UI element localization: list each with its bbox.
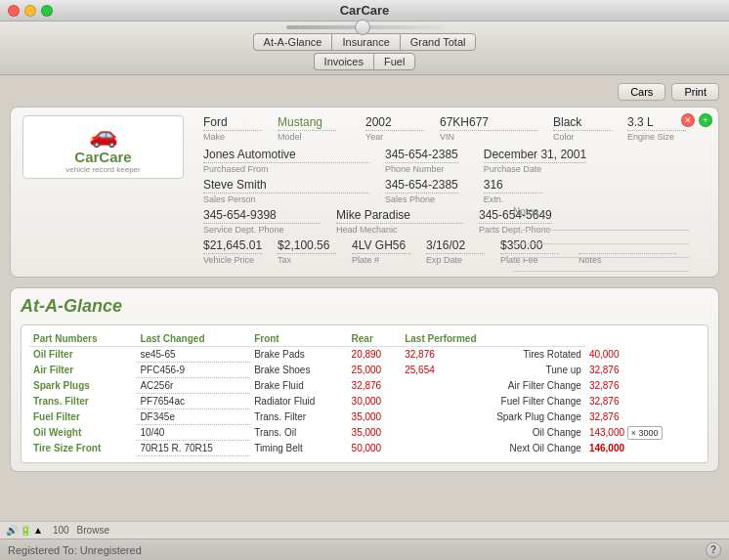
plate-label: Plate # bbox=[352, 255, 410, 265]
head-mechanic-label: Head Mechanic bbox=[336, 225, 463, 235]
tab-at-a-glance[interactable]: At-A-Glance bbox=[253, 33, 332, 51]
help-button[interactable]: ? bbox=[706, 542, 721, 558]
part-num: AC256r bbox=[136, 378, 250, 394]
fg-exp: 3/16/02 Exp Date bbox=[426, 238, 485, 265]
ata-table: Part Numbers Last Changed Front Rear Las… bbox=[29, 331, 700, 456]
notes-area: Notes bbox=[513, 205, 689, 272]
color-label: Color bbox=[553, 132, 612, 142]
item-name: Trans. Filter bbox=[250, 409, 347, 425]
col-part-numbers: Part Numbers bbox=[29, 331, 136, 347]
phone-label: Phone Number bbox=[385, 164, 458, 174]
fg-purchased-from: Jones Automotive Purchased From bbox=[203, 148, 369, 174]
print-button[interactable]: Print bbox=[671, 83, 719, 101]
tab-insurance[interactable]: Insurance bbox=[331, 33, 399, 51]
engine-value: 3.3 L bbox=[627, 115, 686, 131]
perf-val: 32,876 bbox=[585, 378, 700, 394]
tab-invoices[interactable]: Invoices bbox=[314, 53, 373, 70]
slider-track[interactable] bbox=[286, 25, 443, 29]
make-value: Ford bbox=[203, 115, 262, 131]
fg-sales-person: Steve Smith Sales Person bbox=[203, 178, 369, 204]
window-title: CarCare bbox=[340, 3, 390, 18]
logo-subtitle: vehicle record keeper bbox=[65, 165, 140, 174]
notes-line-3 bbox=[513, 245, 689, 258]
phone-value: 345-654-2385 bbox=[385, 148, 458, 163]
fg-tax: $2,100.56 Tax bbox=[278, 238, 336, 265]
part-name: Trans. Filter bbox=[29, 394, 136, 409]
fg-color: Black Color bbox=[553, 115, 612, 142]
tax-label: Tax bbox=[278, 255, 336, 265]
purchased-from-value: Jones Automotive bbox=[203, 148, 369, 163]
purchase-date-value: December 31, 2001 bbox=[484, 148, 586, 163]
titlebar: CarCare bbox=[0, 0, 729, 22]
item-name: Trans. Oil bbox=[250, 425, 347, 441]
rear-val bbox=[401, 394, 454, 409]
plate-value: 4LV GH56 bbox=[352, 238, 410, 254]
card-controls: ✕ + bbox=[681, 113, 712, 127]
tab-fuel[interactable]: Fuel bbox=[373, 53, 415, 70]
item-name: Brake Pads bbox=[250, 347, 347, 363]
purchased-from-label: Purchased From bbox=[203, 164, 369, 174]
fg-price: $21,645.01 Vehicle Price bbox=[203, 238, 262, 265]
rear-val: 25,654 bbox=[401, 363, 454, 378]
perf-val: 32,876 bbox=[585, 409, 700, 425]
fg-head-mechanic: Mike Paradise Head Mechanic bbox=[336, 208, 463, 235]
perf-val: 40,000 bbox=[585, 347, 700, 363]
cars-button[interactable]: Cars bbox=[618, 83, 665, 101]
logo-icon: 🚗 bbox=[89, 121, 118, 149]
model-value: Mustang bbox=[278, 115, 336, 131]
part-name: Tire Size Front bbox=[29, 441, 136, 456]
price-label: Vehicle Price bbox=[203, 255, 262, 265]
part-num: 70R15 R. 70R15 bbox=[136, 441, 250, 456]
perf-item: Oil Change bbox=[454, 425, 585, 441]
ata-title: At-A-Glance bbox=[21, 296, 708, 317]
toolbar-row2: At-A-Glance Insurance Grand Total bbox=[253, 33, 477, 51]
fg-vin: 67KH677 VIN bbox=[440, 115, 537, 142]
fg-plate: 4LV GH56 Plate # bbox=[352, 238, 410, 265]
front-val: 30,000 bbox=[348, 394, 402, 409]
exp-value: 3/16/02 bbox=[426, 238, 485, 254]
perf-val: 32,876 bbox=[585, 394, 700, 409]
part-num: 10/40 bbox=[136, 425, 250, 441]
make-label: Make bbox=[203, 132, 262, 142]
slider-thumb[interactable] bbox=[355, 20, 370, 35]
col-rear: Rear bbox=[348, 331, 402, 347]
toolbar-row3: Invoices Fuel bbox=[314, 53, 416, 70]
sales-person-label: Sales Person bbox=[203, 194, 369, 204]
head-mechanic-value: Mike Paradise bbox=[336, 208, 463, 224]
front-val: 20,890 bbox=[348, 347, 402, 363]
fg-engine: 3.3 L Engine Size bbox=[627, 115, 686, 142]
fg-purchase-date: December 31, 2001 Purchase Date bbox=[484, 148, 586, 174]
ata-row: Oil Weight 10/40 Trans. Oil 35,000 Oil C… bbox=[29, 425, 700, 441]
part-num: se45-65 bbox=[136, 347, 250, 363]
sales-phone-label: Sales Phone bbox=[385, 194, 458, 204]
add-record-button[interactable]: + bbox=[699, 113, 712, 127]
part-num: DF345e bbox=[136, 409, 250, 425]
engine-label: Engine Size bbox=[627, 132, 686, 142]
ata-row: Spark Plugs AC256r Brake Fluid 32,876 Ai… bbox=[29, 378, 700, 394]
part-name: Oil Filter bbox=[29, 347, 136, 363]
ata-row: Trans. Filter PF7654ac Radiator Fluid 30… bbox=[29, 394, 700, 409]
close-button[interactable] bbox=[8, 5, 20, 17]
browse-label: Browse bbox=[77, 525, 109, 536]
perf-val: 143,000 × 3000 bbox=[585, 425, 700, 441]
extn-label: Extn. bbox=[484, 194, 542, 204]
delete-record-button[interactable]: ✕ bbox=[681, 113, 695, 127]
browse-icons: 🔊 🔋 ▲ bbox=[6, 525, 43, 536]
col-front: Front bbox=[250, 331, 347, 347]
front-val: 32,876 bbox=[348, 378, 402, 394]
fg-make: Ford Make bbox=[203, 115, 262, 142]
purchase-date-label: Purchase Date bbox=[484, 164, 586, 174]
year-label: Year bbox=[365, 132, 424, 142]
rear-val bbox=[401, 441, 454, 456]
part-num: PF7654ac bbox=[136, 394, 250, 409]
price-value: $21,645.01 bbox=[203, 238, 262, 254]
part-name: Spark Plugs bbox=[29, 378, 136, 394]
exp-label: Exp Date bbox=[426, 255, 485, 265]
part-num: PFC456-9 bbox=[136, 363, 250, 378]
zoom-button[interactable] bbox=[41, 5, 53, 17]
minimize-button[interactable] bbox=[24, 5, 36, 17]
rear-val bbox=[401, 425, 454, 441]
tab-grand-total[interactable]: Grand Total bbox=[400, 33, 477, 51]
perf-val: 146,000 bbox=[585, 441, 700, 456]
ata-row: Oil Filter se45-65 Brake Pads 20,890 32,… bbox=[29, 347, 700, 363]
